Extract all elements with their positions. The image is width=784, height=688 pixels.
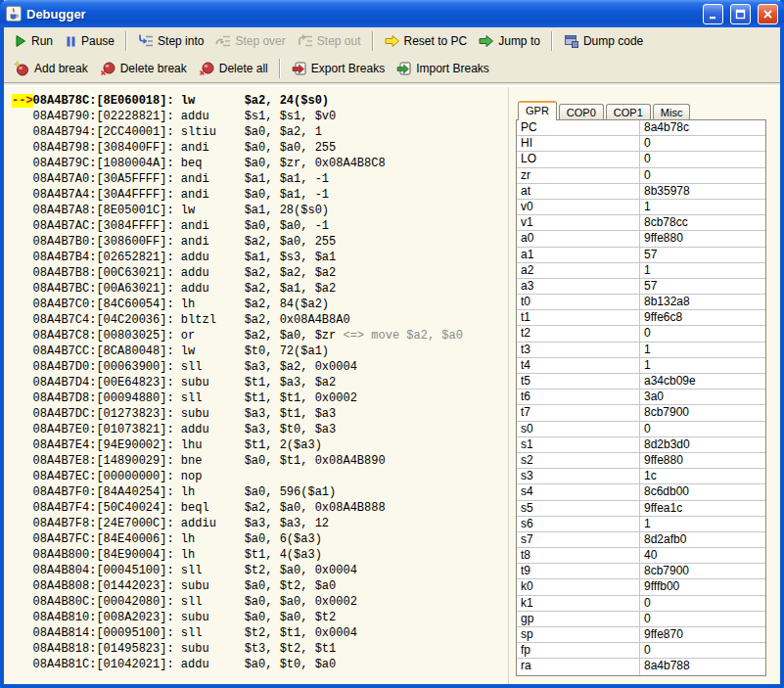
disasm-line[interactable]: 08A4B7C8:[00803025]: or $a2, $a0, $zr <=… bbox=[12, 328, 508, 344]
register-value[interactable]: 0 bbox=[640, 168, 765, 183]
register-value[interactable]: 1 bbox=[640, 200, 765, 214]
register-value[interactable]: 0 bbox=[640, 422, 765, 436]
disasm-line[interactable]: 08A4B7AC:[3084FFFF]: andi $a0, $a0, -1 bbox=[12, 218, 508, 234]
register-value[interactable]: 0 bbox=[640, 612, 765, 626]
dump-code-button[interactable]: Dump code bbox=[558, 30, 649, 52]
disasm-line[interactable]: 08A4B800:[84E90004]: lh $t1, 4($a3) bbox=[12, 547, 508, 563]
register-value[interactable]: 57 bbox=[640, 248, 765, 262]
disasm-line[interactable]: 08A4B810:[008A2023]: subu $a0, $a0, $t2 bbox=[12, 610, 508, 625]
disasm-line[interactable]: 08A4B808:[01442023]: subu $a0, $t2, $a0 bbox=[12, 578, 508, 594]
run-button[interactable]: Run bbox=[8, 31, 59, 51]
register-value[interactable]: 9ffe880 bbox=[640, 453, 765, 468]
line-marker-gutter bbox=[12, 188, 33, 202]
register-value[interactable]: 9ffea1c bbox=[640, 501, 765, 516]
disasm-line[interactable]: 08A4B7B8:[00C63021]: addu $a2, $a2, $a2 bbox=[12, 265, 508, 281]
disasm-line[interactable]: 08A4B7D8:[00094880]: sll $t1, $t1, 0x000… bbox=[12, 390, 508, 406]
register-value[interactable]: 8b132a8 bbox=[640, 295, 765, 309]
register-value[interactable]: 0 bbox=[640, 136, 765, 151]
register-value[interactable]: 1c bbox=[640, 469, 765, 483]
register-value[interactable]: 8cb78cc bbox=[640, 215, 765, 230]
disasm-line[interactable]: 08A4B7E8:[14890029]: bne $a0, $t1, 0x08A… bbox=[12, 453, 508, 469]
disasm-line[interactable]: 08A4B7A0:[30A5FFFF]: andi $a1, $a1, -1 bbox=[12, 171, 508, 187]
register-value[interactable]: 8cb7900 bbox=[640, 405, 765, 420]
disasm-line[interactable]: 08A4B7EC:[00000000]: nop bbox=[12, 469, 508, 484]
disasm-line[interactable]: 08A4B7BC:[00A63021]: addu $a2, $a1, $a2 bbox=[12, 281, 508, 297]
register-value[interactable]: 8c6db00 bbox=[640, 484, 765, 499]
step-into-icon bbox=[138, 33, 154, 49]
tab-gpr[interactable]: GPR bbox=[518, 101, 557, 120]
register-value[interactable]: 8cb7900 bbox=[640, 564, 765, 578]
register-value[interactable]: 0 bbox=[640, 326, 765, 341]
instruction-text: 08A4B7DC:[01273823]: subu $a3, $t1, $a3 bbox=[33, 407, 337, 421]
add-break-button[interactable]: Add break bbox=[8, 58, 94, 79]
disasm-line[interactable]: 08A4B7B4:[02652821]: addu $a1, $s3, $a1 bbox=[12, 250, 508, 265]
register-value[interactable]: 1 bbox=[640, 343, 765, 357]
disasm-line[interactable]: 08A4B7E0:[01073821]: addu $a3, $t0, $a3 bbox=[12, 422, 508, 437]
disasm-line[interactable]: 08A4B7C0:[84C60054]: lh $a2, 84($a2) bbox=[12, 297, 508, 312]
delete-all-button[interactable]: Delete all bbox=[193, 58, 274, 79]
register-value[interactable]: 9ffe870 bbox=[640, 627, 765, 642]
register-value[interactable]: 1 bbox=[640, 517, 765, 531]
disasm-line[interactable]: 08A4B7F0:[84A40254]: lh $a0, 596($a1) bbox=[12, 484, 508, 500]
register-value[interactable]: 3a0 bbox=[640, 390, 765, 404]
register-value[interactable]: 8d2afb0 bbox=[640, 532, 765, 547]
disasm-line[interactable]: 08A4B7DC:[01273823]: subu $a3, $t1, $a3 bbox=[12, 406, 508, 422]
pause-button[interactable]: Pause bbox=[59, 31, 120, 51]
close-icon[interactable] bbox=[758, 4, 778, 24]
disasm-line[interactable]: 08A4B818:[01495823]: subu $t3, $t2, $t1 bbox=[12, 641, 508, 657]
line-marker-gutter bbox=[12, 485, 33, 499]
disasm-line[interactable]: 08A4B80C:[00042080]: sll $a0, $a0, 0x000… bbox=[12, 594, 508, 610]
register-value[interactable]: 1 bbox=[640, 358, 765, 373]
export-breaks-button[interactable]: Export Breaks bbox=[286, 58, 391, 79]
register-value[interactable]: 8a4b788 bbox=[640, 659, 765, 674]
disasm-line[interactable]: 08A4B7A8:[8E05001C]: lw $a1, 28($s0) bbox=[12, 203, 508, 218]
disassembly-panel[interactable]: -->08A4B78C:[8E060018]: lw $a2, 24($s0) … bbox=[4, 87, 509, 684]
register-value[interactable]: 8d2b3d0 bbox=[640, 437, 765, 452]
register-value[interactable]: 8b35978 bbox=[640, 184, 765, 199]
instruction-text: 08A4B818:[01495823]: subu $t3, $t2, $t1 bbox=[33, 642, 337, 656]
register-value[interactable]: 8a4b78c bbox=[640, 120, 765, 135]
disasm-line[interactable]: 08A4B7F8:[24E7000C]: addiu $a3, $a3, 12 bbox=[12, 516, 508, 531]
maximize-button[interactable] bbox=[730, 4, 751, 24]
instruction-text: 08A4B7B0:[308600FF]: andi $a2, $a0, 255 bbox=[33, 235, 337, 249]
register-value[interactable]: 9ffe6c8 bbox=[640, 310, 765, 325]
disasm-line[interactable]: 08A4B794:[2CC40001]: sltiu $a0, $a2, 1 bbox=[12, 124, 508, 140]
register-value[interactable]: 40 bbox=[640, 548, 765, 563]
jump-to-button[interactable]: Jump to bbox=[473, 31, 546, 51]
register-value[interactable]: 0 bbox=[640, 596, 765, 611]
disasm-line[interactable]: 08A4B7A4:[30A4FFFF]: andi $a0, $a1, -1 bbox=[12, 187, 508, 203]
instruction-text: 08A4B7C8:[00803025]: or $a2, $a0, $zr bbox=[33, 329, 337, 343]
delete-break-button[interactable]: Delete break bbox=[94, 58, 193, 79]
disasm-line[interactable]: 08A4B814:[00095100]: sll $t2, $t1, 0x000… bbox=[12, 625, 508, 641]
tab-cop1[interactable]: COP1 bbox=[606, 104, 651, 119]
disasm-line[interactable]: 08A4B7C4:[04C20036]: bltzl $a2, 0x08A4B8… bbox=[12, 312, 508, 328]
step-into-button[interactable]: Step into bbox=[132, 30, 209, 52]
disasm-line[interactable]: 08A4B79C:[1080004A]: beq $a0, $zr, 0x08A… bbox=[12, 156, 508, 171]
register-value[interactable]: 9fffb00 bbox=[640, 579, 765, 594]
register-value[interactable]: a34cb09e bbox=[640, 374, 765, 389]
tab-cop0[interactable]: COP0 bbox=[559, 104, 604, 119]
import-breaks-button[interactable]: Import Breaks bbox=[391, 58, 495, 79]
minimize-button[interactable] bbox=[703, 4, 723, 24]
disasm-line[interactable]: 08A4B7E4:[94E90002]: lhu $t1, 2($a3) bbox=[12, 437, 508, 453]
register-value[interactable]: 0 bbox=[640, 643, 765, 658]
disasm-line[interactable]: 08A4B790:[02228821]: addu $s1, $s1, $v0 bbox=[12, 109, 508, 124]
disasm-line[interactable]: 08A4B7F4:[50C40024]: beql $a2, $a0, 0x08… bbox=[12, 500, 508, 516]
tab-misc[interactable]: Misc bbox=[653, 104, 691, 119]
disasm-line[interactable]: 08A4B804:[00045100]: sll $t2, $a0, 0x000… bbox=[12, 563, 508, 578]
register-value[interactable]: 9ffe880 bbox=[640, 231, 765, 246]
disasm-line[interactable]: 08A4B7D4:[00E64823]: subu $t1, $a3, $a2 bbox=[12, 375, 508, 390]
disasm-line[interactable]: 08A4B7B0:[308600FF]: andi $a2, $a0, 255 bbox=[12, 234, 508, 250]
disasm-line[interactable]: 08A4B7CC:[8CA80048]: lw $t0, 72($a1) bbox=[12, 344, 508, 359]
reset-to-pc-button[interactable]: Reset to PC bbox=[379, 31, 474, 51]
disasm-line[interactable]: 08A4B7D0:[00063900]: sll $a3, $a2, 0x000… bbox=[12, 359, 508, 375]
disasm-line[interactable]: 08A4B798:[308400FF]: andi $a0, $a0, 255 bbox=[12, 140, 508, 156]
register-value[interactable]: 0 bbox=[640, 152, 765, 166]
register-name: s0 bbox=[517, 422, 640, 436]
disasm-line[interactable]: -->08A4B78C:[8E060018]: lw $a2, 24($s0) bbox=[12, 93, 508, 109]
register-value[interactable]: 57 bbox=[640, 279, 765, 294]
disasm-line[interactable]: 08A4B7FC:[84E40006]: lh $a0, 6($a3) bbox=[12, 531, 508, 547]
line-marker-gutter bbox=[12, 470, 33, 483]
register-value[interactable]: 1 bbox=[640, 263, 765, 278]
disasm-line[interactable]: 08A4B81C:[01042021]: addu $a0, $t0, $a0 bbox=[12, 657, 508, 672]
